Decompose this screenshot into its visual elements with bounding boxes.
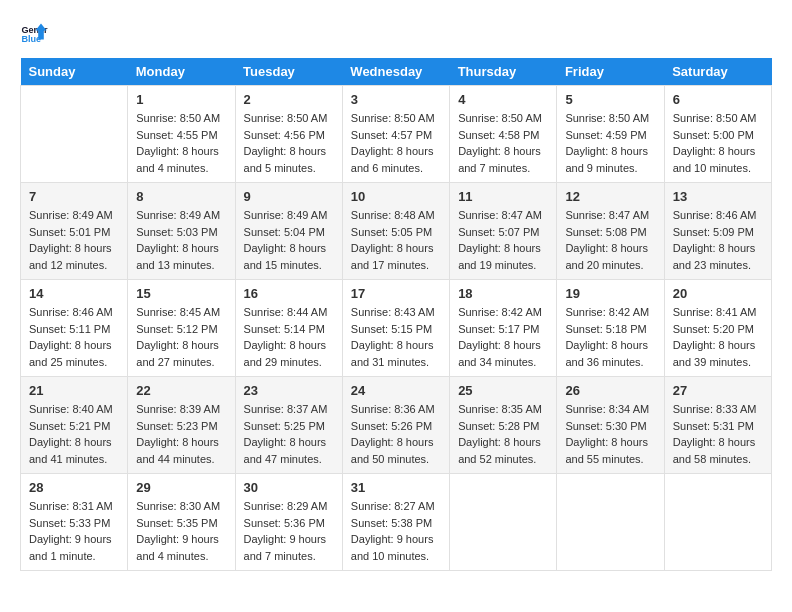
daylight-text: Daylight: 8 hours and 20 minutes.: [565, 240, 655, 273]
day-info: Sunrise: 8:44 AM Sunset: 5:14 PM Dayligh…: [244, 304, 334, 370]
daylight-text: Daylight: 8 hours and 47 minutes.: [244, 434, 334, 467]
daylight-text: Daylight: 8 hours and 41 minutes.: [29, 434, 119, 467]
day-number: 17: [351, 286, 441, 301]
calendar-day: 13 Sunrise: 8:46 AM Sunset: 5:09 PM Dayl…: [664, 183, 771, 280]
sunset-text: Sunset: 5:23 PM: [136, 418, 226, 435]
daylight-text: Daylight: 8 hours and 50 minutes.: [351, 434, 441, 467]
sunset-text: Sunset: 5:26 PM: [351, 418, 441, 435]
calendar-week-5: 28 Sunrise: 8:31 AM Sunset: 5:33 PM Dayl…: [21, 474, 772, 571]
day-info: Sunrise: 8:49 AM Sunset: 5:03 PM Dayligh…: [136, 207, 226, 273]
daylight-text: Daylight: 8 hours and 6 minutes.: [351, 143, 441, 176]
sunset-text: Sunset: 5:33 PM: [29, 515, 119, 532]
day-info: Sunrise: 8:37 AM Sunset: 5:25 PM Dayligh…: [244, 401, 334, 467]
sunrise-text: Sunrise: 8:49 AM: [244, 207, 334, 224]
daylight-text: Daylight: 9 hours and 4 minutes.: [136, 531, 226, 564]
day-info: Sunrise: 8:39 AM Sunset: 5:23 PM Dayligh…: [136, 401, 226, 467]
day-number: 10: [351, 189, 441, 204]
day-number: 26: [565, 383, 655, 398]
sunrise-text: Sunrise: 8:43 AM: [351, 304, 441, 321]
day-number: 3: [351, 92, 441, 107]
daylight-text: Daylight: 8 hours and 31 minutes.: [351, 337, 441, 370]
calendar-day: 22 Sunrise: 8:39 AM Sunset: 5:23 PM Dayl…: [128, 377, 235, 474]
sunrise-text: Sunrise: 8:49 AM: [136, 207, 226, 224]
sunrise-text: Sunrise: 8:39 AM: [136, 401, 226, 418]
day-number: 27: [673, 383, 763, 398]
sunset-text: Sunset: 4:55 PM: [136, 127, 226, 144]
day-header-sunday: Sunday: [21, 58, 128, 86]
day-info: Sunrise: 8:30 AM Sunset: 5:35 PM Dayligh…: [136, 498, 226, 564]
sunrise-text: Sunrise: 8:40 AM: [29, 401, 119, 418]
sunrise-text: Sunrise: 8:29 AM: [244, 498, 334, 515]
day-info: Sunrise: 8:46 AM Sunset: 5:11 PM Dayligh…: [29, 304, 119, 370]
day-number: 14: [29, 286, 119, 301]
day-header-tuesday: Tuesday: [235, 58, 342, 86]
day-number: 15: [136, 286, 226, 301]
day-info: Sunrise: 8:42 AM Sunset: 5:18 PM Dayligh…: [565, 304, 655, 370]
sunset-text: Sunset: 5:31 PM: [673, 418, 763, 435]
sunset-text: Sunset: 5:12 PM: [136, 321, 226, 338]
sunrise-text: Sunrise: 8:48 AM: [351, 207, 441, 224]
sunset-text: Sunset: 5:21 PM: [29, 418, 119, 435]
day-info: Sunrise: 8:34 AM Sunset: 5:30 PM Dayligh…: [565, 401, 655, 467]
logo-icon: General Blue: [20, 20, 48, 48]
day-info: Sunrise: 8:27 AM Sunset: 5:38 PM Dayligh…: [351, 498, 441, 564]
day-number: 28: [29, 480, 119, 495]
sunrise-text: Sunrise: 8:47 AM: [458, 207, 548, 224]
calendar-day: 30 Sunrise: 8:29 AM Sunset: 5:36 PM Dayl…: [235, 474, 342, 571]
day-info: Sunrise: 8:50 AM Sunset: 4:57 PM Dayligh…: [351, 110, 441, 176]
day-number: 2: [244, 92, 334, 107]
day-info: Sunrise: 8:50 AM Sunset: 4:59 PM Dayligh…: [565, 110, 655, 176]
sunset-text: Sunset: 5:01 PM: [29, 224, 119, 241]
calendar-week-4: 21 Sunrise: 8:40 AM Sunset: 5:21 PM Dayl…: [21, 377, 772, 474]
calendar-day: 10 Sunrise: 8:48 AM Sunset: 5:05 PM Dayl…: [342, 183, 449, 280]
sunset-text: Sunset: 5:09 PM: [673, 224, 763, 241]
calendar-day: [21, 86, 128, 183]
sunrise-text: Sunrise: 8:30 AM: [136, 498, 226, 515]
day-number: 23: [244, 383, 334, 398]
sunset-text: Sunset: 4:58 PM: [458, 127, 548, 144]
sunset-text: Sunset: 5:36 PM: [244, 515, 334, 532]
sunrise-text: Sunrise: 8:44 AM: [244, 304, 334, 321]
daylight-text: Daylight: 8 hours and 4 minutes.: [136, 143, 226, 176]
sunset-text: Sunset: 5:07 PM: [458, 224, 548, 241]
sunset-text: Sunset: 5:11 PM: [29, 321, 119, 338]
daylight-text: Daylight: 8 hours and 15 minutes.: [244, 240, 334, 273]
day-info: Sunrise: 8:41 AM Sunset: 5:20 PM Dayligh…: [673, 304, 763, 370]
page-header: General Blue: [20, 20, 772, 48]
daylight-text: Daylight: 8 hours and 9 minutes.: [565, 143, 655, 176]
day-header-thursday: Thursday: [450, 58, 557, 86]
calendar-day: 7 Sunrise: 8:49 AM Sunset: 5:01 PM Dayli…: [21, 183, 128, 280]
sunset-text: Sunset: 5:18 PM: [565, 321, 655, 338]
sunrise-text: Sunrise: 8:31 AM: [29, 498, 119, 515]
day-number: 29: [136, 480, 226, 495]
sunrise-text: Sunrise: 8:47 AM: [565, 207, 655, 224]
sunset-text: Sunset: 5:14 PM: [244, 321, 334, 338]
day-number: 25: [458, 383, 548, 398]
sunrise-text: Sunrise: 8:50 AM: [565, 110, 655, 127]
day-number: 24: [351, 383, 441, 398]
sunrise-text: Sunrise: 8:50 AM: [673, 110, 763, 127]
sunrise-text: Sunrise: 8:36 AM: [351, 401, 441, 418]
daylight-text: Daylight: 8 hours and 7 minutes.: [458, 143, 548, 176]
daylight-text: Daylight: 8 hours and 36 minutes.: [565, 337, 655, 370]
day-number: 19: [565, 286, 655, 301]
calendar-day: 24 Sunrise: 8:36 AM Sunset: 5:26 PM Dayl…: [342, 377, 449, 474]
daylight-text: Daylight: 8 hours and 17 minutes.: [351, 240, 441, 273]
sunrise-text: Sunrise: 8:41 AM: [673, 304, 763, 321]
calendar-day: 25 Sunrise: 8:35 AM Sunset: 5:28 PM Dayl…: [450, 377, 557, 474]
day-number: 4: [458, 92, 548, 107]
calendar-day: 31 Sunrise: 8:27 AM Sunset: 5:38 PM Dayl…: [342, 474, 449, 571]
day-number: 11: [458, 189, 548, 204]
sunset-text: Sunset: 5:15 PM: [351, 321, 441, 338]
calendar-day: 23 Sunrise: 8:37 AM Sunset: 5:25 PM Dayl…: [235, 377, 342, 474]
svg-text:Blue: Blue: [21, 34, 41, 44]
day-number: 5: [565, 92, 655, 107]
sunrise-text: Sunrise: 8:50 AM: [136, 110, 226, 127]
sunrise-text: Sunrise: 8:37 AM: [244, 401, 334, 418]
calendar-day: 16 Sunrise: 8:44 AM Sunset: 5:14 PM Dayl…: [235, 280, 342, 377]
daylight-text: Daylight: 8 hours and 58 minutes.: [673, 434, 763, 467]
daylight-text: Daylight: 8 hours and 25 minutes.: [29, 337, 119, 370]
sunset-text: Sunset: 5:28 PM: [458, 418, 548, 435]
daylight-text: Daylight: 9 hours and 10 minutes.: [351, 531, 441, 564]
calendar-day: 5 Sunrise: 8:50 AM Sunset: 4:59 PM Dayli…: [557, 86, 664, 183]
